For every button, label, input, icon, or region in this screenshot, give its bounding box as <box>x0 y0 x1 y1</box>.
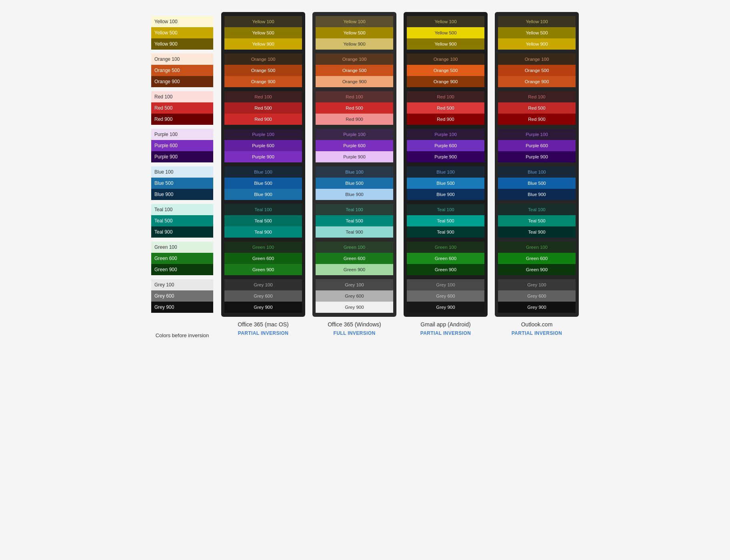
legend-swatch: Red 500 <box>151 102 213 114</box>
color-swatch: Yellow 500 <box>407 27 484 38</box>
legend-group-purple: Purple 100Purple 600Purple 900 <box>151 129 213 162</box>
color-swatch: Green 900 <box>498 264 576 275</box>
color-swatch: Orange 500 <box>407 65 484 76</box>
color-swatch: Yellow 100 <box>224 16 302 27</box>
color-swatch: Purple 100 <box>316 129 393 140</box>
legend-swatch: Purple 600 <box>151 140 213 151</box>
color-swatch: Yellow 500 <box>498 27 576 38</box>
color-column-gmail-app-(android): Yellow 100Yellow 500Yellow 900Orange 100… <box>404 12 488 336</box>
color-swatch: Teal 900 <box>316 226 393 238</box>
legend-swatch: Green 900 <box>151 264 213 275</box>
color-group: Blue 100Blue 500Blue 900 <box>224 166 302 200</box>
legend-swatch: Yellow 100 <box>151 16 213 27</box>
color-swatch: Orange 500 <box>316 65 393 76</box>
legend-swatch: Yellow 900 <box>151 38 213 50</box>
color-swatch: Purple 900 <box>316 151 393 162</box>
color-swatch: Blue 500 <box>316 178 393 189</box>
color-swatch: Purple 600 <box>498 140 576 151</box>
legend-swatch: Purple 900 <box>151 151 213 162</box>
color-swatch: Purple 600 <box>224 140 302 151</box>
column-sublabel: PARTIAL INVERSION <box>238 330 288 336</box>
color-swatch: Grey 100 <box>498 279 576 290</box>
color-swatch: Purple 100 <box>224 129 302 140</box>
color-group: Yellow 100Yellow 500Yellow 900 <box>224 16 302 50</box>
color-swatch: Red 100 <box>224 91 302 102</box>
color-swatch: Teal 900 <box>224 226 302 238</box>
color-swatch: Green 100 <box>316 242 393 253</box>
color-swatch: Green 900 <box>407 264 484 275</box>
color-swatch: Grey 100 <box>316 279 393 290</box>
color-swatch: Blue 100 <box>498 166 576 178</box>
color-group: Yellow 100Yellow 500Yellow 900 <box>498 16 576 50</box>
legend-swatch: Green 100 <box>151 242 213 253</box>
columns-container: Yellow 100Yellow 500Yellow 900Orange 100… <box>221 12 579 336</box>
color-swatch: Grey 900 <box>498 302 576 313</box>
legend-swatch: Teal 500 <box>151 215 213 226</box>
legend-swatch: Purple 100 <box>151 129 213 140</box>
color-panel: Yellow 100Yellow 500Yellow 900Orange 100… <box>495 12 579 317</box>
color-group: Red 100Red 500Red 900 <box>498 91 576 125</box>
legend-swatch: Grey 600 <box>151 290 213 302</box>
color-swatch: Orange 900 <box>316 76 393 87</box>
color-swatch: Red 900 <box>407 114 484 125</box>
legend-group-red: Red 100Red 500Red 900 <box>151 91 213 125</box>
column-sublabel: PARTIAL INVERSION <box>420 330 471 336</box>
legend-swatch: Blue 900 <box>151 189 213 200</box>
color-swatch: Red 500 <box>316 102 393 114</box>
color-group: Green 100Green 600Green 900 <box>407 242 484 275</box>
color-swatch: Blue 500 <box>224 178 302 189</box>
color-swatch: Red 100 <box>407 91 484 102</box>
color-swatch: Red 500 <box>224 102 302 114</box>
legend-group-teal: Teal 100Teal 500Teal 900 <box>151 204 213 238</box>
color-group: Orange 100Orange 500Orange 900 <box>498 54 576 87</box>
color-swatch: Blue 100 <box>316 166 393 178</box>
legend-swatch: Grey 100 <box>151 279 213 290</box>
color-panel: Yellow 100Yellow 500Yellow 900Orange 100… <box>312 12 396 317</box>
legend-group-green: Green 100Green 600Green 900 <box>151 242 213 275</box>
color-swatch: Teal 500 <box>407 215 484 226</box>
column-label: Office 365 (Windows) <box>328 321 381 329</box>
color-swatch: Grey 100 <box>224 279 302 290</box>
color-group: Orange 100Orange 500Orange 900 <box>224 54 302 87</box>
color-group: Blue 100Blue 500Blue 900 <box>316 166 393 200</box>
color-swatch: Blue 900 <box>316 189 393 200</box>
color-swatch: Teal 100 <box>224 204 302 215</box>
color-swatch: Yellow 100 <box>407 16 484 27</box>
color-group: Orange 100Orange 500Orange 900 <box>316 54 393 87</box>
color-group: Grey 100Grey 600Grey 900 <box>316 279 393 313</box>
color-swatch: Grey 600 <box>498 290 576 302</box>
color-swatch: Yellow 900 <box>316 38 393 50</box>
color-group: Green 100Green 600Green 900 <box>224 242 302 275</box>
color-group: Blue 100Blue 500Blue 900 <box>498 166 576 200</box>
color-group: Teal 100Teal 500Teal 900 <box>224 204 302 238</box>
color-group: Teal 100Teal 500Teal 900 <box>316 204 393 238</box>
color-swatch: Orange 900 <box>498 76 576 87</box>
color-group: Yellow 100Yellow 500Yellow 900 <box>407 16 484 50</box>
color-column-office-365-(windows): Yellow 100Yellow 500Yellow 900Orange 100… <box>312 12 396 336</box>
column-label: Gmail app (Android) <box>420 321 470 329</box>
main-container: Yellow 100Yellow 500Yellow 900Orange 100… <box>151 12 579 339</box>
color-swatch: Purple 100 <box>407 129 484 140</box>
color-swatch: Teal 100 <box>498 204 576 215</box>
color-swatch: Grey 100 <box>407 279 484 290</box>
color-swatch: Blue 900 <box>224 189 302 200</box>
color-swatch: Blue 900 <box>407 189 484 200</box>
color-swatch: Green 100 <box>224 242 302 253</box>
color-swatch: Green 600 <box>224 253 302 264</box>
color-swatch: Orange 500 <box>224 65 302 76</box>
color-group: Green 100Green 600Green 900 <box>498 242 576 275</box>
color-panel: Yellow 100Yellow 500Yellow 900Orange 100… <box>404 12 488 317</box>
color-panel: Yellow 100Yellow 500Yellow 900Orange 100… <box>221 12 305 317</box>
legend-group-grey: Grey 100Grey 600Grey 900 <box>151 279 213 313</box>
color-group: Red 100Red 500Red 900 <box>316 91 393 125</box>
color-group: Grey 100Grey 600Grey 900 <box>407 279 484 313</box>
color-swatch: Orange 500 <box>498 65 576 76</box>
color-swatch: Teal 100 <box>316 204 393 215</box>
color-swatch: Teal 500 <box>316 215 393 226</box>
color-group: Orange 100Orange 500Orange 900 <box>407 54 484 87</box>
color-swatch: Green 100 <box>407 242 484 253</box>
color-swatch: Green 900 <box>316 264 393 275</box>
color-swatch: Purple 600 <box>316 140 393 151</box>
color-swatch: Orange 100 <box>316 54 393 65</box>
color-group: Red 100Red 500Red 900 <box>407 91 484 125</box>
